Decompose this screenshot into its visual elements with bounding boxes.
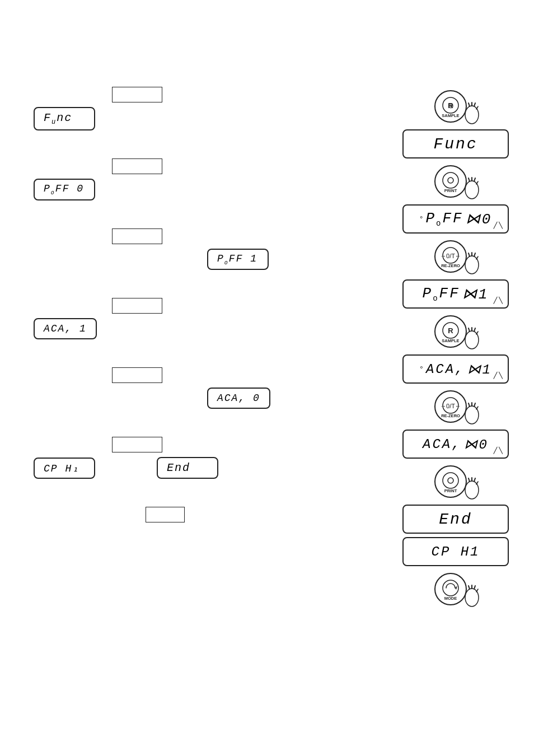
svg-text:MODE: MODE <box>444 596 457 601</box>
svg-text:⊕: ⊕ <box>447 101 453 110</box>
rezero-button-row: →0/T← RE-ZERO <box>429 237 483 276</box>
aca1-display: ACA, 1 <box>34 318 97 339</box>
sample-button-wrap[interactable]: R ⊕ SAMPLE <box>429 87 483 126</box>
right-poff0-display: ° PoFF ⋈0 ╱╲ <box>402 204 509 234</box>
right-aca0-display: ACA, ⋈0 ╱╲ <box>402 430 509 459</box>
svg-line-16 <box>474 178 475 181</box>
poff1-empty-box-row <box>112 228 162 244</box>
right-func-display: Func <box>402 129 509 158</box>
svg-text:RE-ZERO: RE-ZERO <box>441 263 460 268</box>
svg-line-7 <box>474 103 475 106</box>
right-end-display: End <box>402 505 509 534</box>
sample-button-icon[interactable]: R ⊕ SAMPLE <box>429 87 483 126</box>
right-cph1-display: CP H1 <box>402 537 509 566</box>
section-func: Func <box>34 87 313 130</box>
cph1-empty-box <box>112 437 162 452</box>
svg-line-26 <box>469 253 470 256</box>
svg-line-53 <box>469 478 470 482</box>
aca0-side-display: ACA, 0 <box>207 388 270 409</box>
right-poff1-display: PoFF ⋈1 ╱╲ <box>402 279 509 309</box>
print-button2-icon[interactable]: PRINT <box>429 462 483 501</box>
section-aca0: ACA, 0 <box>34 367 313 409</box>
svg-line-43 <box>474 403 475 407</box>
section-cph1: CP H₁ End <box>34 437 313 479</box>
poff0-empty-box-row <box>112 158 162 174</box>
func-display: Func <box>34 107 95 130</box>
aca0-empty-box-row <box>112 367 162 383</box>
svg-line-25 <box>474 253 475 256</box>
poff0-display: PoFF 0 <box>34 179 95 200</box>
bottom-empty-box <box>146 507 185 522</box>
section-poff1: PoFF 1 <box>34 228 313 270</box>
svg-text:SAMPLE: SAMPLE <box>442 113 459 118</box>
section-bottom <box>34 507 313 527</box>
svg-line-17 <box>469 178 470 181</box>
poff1-empty-box <box>112 228 162 244</box>
mode-button-icon[interactable]: MODE <box>429 570 483 609</box>
end-display: End <box>157 457 218 479</box>
poff1-side-display: PoFF 1 <box>207 249 269 270</box>
svg-line-62 <box>469 586 470 589</box>
print-button2-row: PRINT <box>429 462 483 501</box>
section-poff0: PoFF 0 <box>34 158 313 200</box>
svg-line-61 <box>474 586 475 589</box>
mode-button-row: MODE <box>429 570 483 609</box>
cph1-display: CP H₁ <box>34 458 95 479</box>
svg-text:PRINT: PRINT <box>444 188 457 193</box>
svg-text:→0/T←: →0/T← <box>440 403 461 409</box>
right-column: R ⊕ SAMPLE Func <box>394 87 517 609</box>
aca1-empty-box-row <box>112 298 162 314</box>
svg-text:PRINT: PRINT <box>444 488 457 493</box>
left-column: Func PoFF 0 PoFF 1 <box>34 87 313 527</box>
poff0-empty-box <box>112 158 162 174</box>
main-page: R ⊕ SAMPLE Func <box>0 0 534 756</box>
func-empty-box-row <box>112 87 162 102</box>
svg-text:RE-ZERO: RE-ZERO <box>441 413 460 418</box>
svg-text:R: R <box>448 326 453 335</box>
sample-button2-row: R SAMPLE <box>429 312 483 351</box>
svg-point-48 <box>448 478 453 483</box>
cph1-empty-box-row <box>112 437 162 452</box>
right-aca1-display: ° ACA, ⋈1 ╱╲ <box>402 354 509 384</box>
rezero-button2-icon[interactable]: →0/T← RE-ZERO <box>429 387 483 426</box>
svg-line-44 <box>469 403 470 407</box>
svg-text:SAMPLE: SAMPLE <box>442 338 459 343</box>
svg-line-52 <box>474 478 475 482</box>
print-button-icon[interactable]: PRINT <box>429 162 483 201</box>
func-empty-box <box>112 87 162 102</box>
svg-text:→0/T←: →0/T← <box>440 253 461 259</box>
svg-point-12 <box>448 178 453 183</box>
rezero-button-icon[interactable]: →0/T← RE-ZERO <box>429 237 483 276</box>
aca1-empty-box <box>112 298 162 314</box>
rezero-button2-row: →0/T← RE-ZERO <box>429 387 483 426</box>
aca0-empty-box <box>112 367 162 383</box>
svg-line-8 <box>469 103 470 106</box>
section-aca1: ACA, 1 <box>34 298 313 339</box>
bottom-empty-box-row <box>146 507 185 522</box>
svg-line-34 <box>474 328 475 332</box>
sample-button2-icon[interactable]: R SAMPLE <box>429 312 483 351</box>
svg-line-35 <box>469 328 470 332</box>
sample-button-row: R ⊕ SAMPLE <box>429 87 483 126</box>
print-button-row: PRINT <box>429 162 483 201</box>
